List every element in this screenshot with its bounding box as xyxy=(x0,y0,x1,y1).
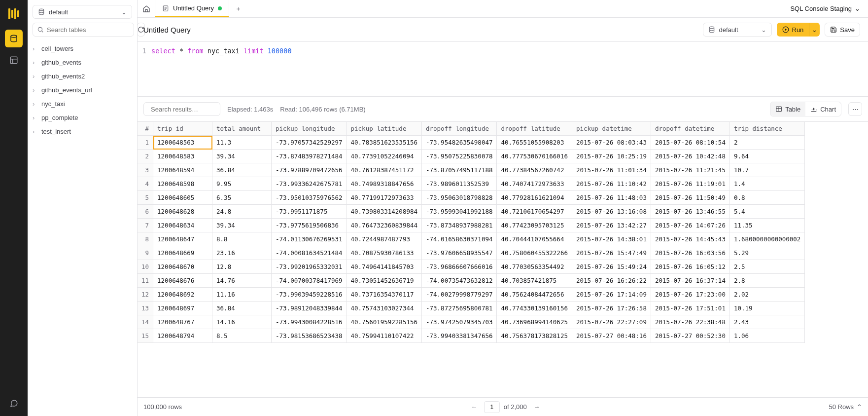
cell[interactable]: 1200648583 xyxy=(153,150,212,163)
cell[interactable]: -73.87483978271484 xyxy=(272,150,347,163)
table-item[interactable]: ›github_events_url xyxy=(31,83,134,97)
run-database-select[interactable]: default ⌄ xyxy=(703,23,772,37)
tab-add-button[interactable]: ＋ xyxy=(229,0,247,17)
view-chart-tab[interactable]: Chart xyxy=(805,102,841,116)
cell[interactable]: 6 xyxy=(138,205,153,219)
cell[interactable]: 2015-07-26 08:03:43 xyxy=(572,136,651,150)
cell[interactable]: 1.4 xyxy=(729,177,804,191)
cell[interactable]: -73.95010375976562 xyxy=(272,191,347,205)
tab-untitled-query[interactable]: Untitled Query xyxy=(155,0,229,17)
cell[interactable]: 1200648697 xyxy=(153,302,212,315)
table-item[interactable]: ›cell_towers xyxy=(31,41,134,55)
cell[interactable]: -73.99201965332031 xyxy=(272,260,347,274)
cell[interactable]: 40.77391052246094 xyxy=(347,150,421,163)
cell[interactable]: 1200648628 xyxy=(153,205,212,219)
cell[interactable]: 2015-07-26 08:10:54 xyxy=(651,136,729,150)
cell[interactable]: 40.774330139160156 xyxy=(497,302,572,315)
cell[interactable]: 40.756019592285156 xyxy=(347,315,421,329)
cell[interactable]: 2015-07-26 11:01:34 xyxy=(572,163,651,177)
cell[interactable]: 1200648563 xyxy=(153,136,212,150)
page-input[interactable] xyxy=(484,401,500,413)
cell[interactable]: 40.73051452636719 xyxy=(347,274,421,288)
table-row[interactable]: 10120064867012.8-73.9920196533203140.749… xyxy=(138,260,805,274)
cell[interactable]: 1200648794 xyxy=(153,329,212,343)
view-table-tab[interactable]: Table xyxy=(770,102,805,116)
cell[interactable]: 2015-07-26 11:48:03 xyxy=(572,191,651,205)
cell[interactable]: 40.703857421875 xyxy=(497,274,572,288)
cell[interactable]: 2015-07-27 00:48:16 xyxy=(572,329,651,343)
table-row[interactable]: 412006485989.95-73.9933624267578140.7498… xyxy=(138,177,805,191)
cell[interactable]: 11.16 xyxy=(212,288,272,302)
cell[interactable]: -73.95482635498047 xyxy=(422,136,497,150)
cell[interactable]: -73.97057342529297 xyxy=(272,136,347,150)
cell[interactable]: 2015-07-26 13:16:08 xyxy=(572,205,651,219)
cell[interactable]: 40.74074172973633 xyxy=(497,177,572,191)
cell[interactable]: 1.06 xyxy=(729,329,804,343)
table-item[interactable]: ›nyc_taxi xyxy=(31,97,134,111)
cell[interactable]: 13 xyxy=(138,302,153,315)
cell[interactable]: 7 xyxy=(138,219,153,232)
cell[interactable]: 2.8 xyxy=(729,274,804,288)
cell[interactable]: 2.43 xyxy=(729,315,804,329)
cell[interactable]: 40.77030563354492 xyxy=(497,260,572,274)
cell[interactable]: 2015-07-26 22:38:48 xyxy=(651,315,729,329)
cell[interactable]: 10 xyxy=(138,260,153,274)
env-switcher[interactable]: SQL Console Staging ⌄ xyxy=(782,0,868,17)
column-header[interactable]: pickup_datetime xyxy=(572,122,651,136)
cell[interactable]: 1200648676 xyxy=(153,274,212,288)
cell[interactable]: 40.73716354370117 xyxy=(347,288,421,302)
cell[interactable]: 2015-07-26 11:21:45 xyxy=(651,163,729,177)
table-row[interactable]: 13120064869736.84-73.9891204833984440.75… xyxy=(138,302,805,315)
search-results-box[interactable] xyxy=(143,102,220,116)
rail-chat-icon[interactable] xyxy=(5,394,23,412)
cell[interactable]: -74.00279998779297 xyxy=(422,288,497,302)
save-button[interactable]: Save xyxy=(825,23,860,37)
table-row[interactable]: 1512006487948.5-73.9815368652343840.7599… xyxy=(138,329,805,343)
cell[interactable]: -73.95993041992188 xyxy=(422,205,497,219)
cell[interactable]: 1200648767 xyxy=(153,315,212,329)
cell[interactable]: -73.9951171875 xyxy=(272,205,347,219)
cell[interactable]: 2015-07-26 14:38:01 xyxy=(572,232,651,246)
cell[interactable]: 23.16 xyxy=(212,246,272,260)
column-header[interactable]: dropoff_longitude xyxy=(422,122,497,136)
column-header[interactable]: pickup_latitude xyxy=(347,122,421,136)
cell[interactable]: 40.74989318847656 xyxy=(347,177,421,191)
cell[interactable]: -73.99403381347656 xyxy=(422,329,497,343)
table-row[interactable]: 7120064863439.34-73.977561950683640.7647… xyxy=(138,219,805,232)
cell[interactable]: 9 xyxy=(138,246,153,260)
cell[interactable]: 14.76 xyxy=(212,274,272,288)
run-split-button[interactable]: ⌄ xyxy=(809,23,820,37)
cell[interactable]: 40.7244987487793 xyxy=(347,232,421,246)
cell[interactable]: 2015-07-26 11:19:01 xyxy=(651,177,729,191)
cell[interactable]: 1200648605 xyxy=(153,191,212,205)
cell[interactable]: 2.5 xyxy=(729,260,804,274)
table-row[interactable]: 11120064867614.76-74.0070037841796940.73… xyxy=(138,274,805,288)
cell[interactable]: 14 xyxy=(138,315,153,329)
cell[interactable]: 39.34 xyxy=(212,150,272,163)
cell[interactable]: 40.74964141845703 xyxy=(347,260,421,274)
cell[interactable]: 2015-07-26 22:27:09 xyxy=(572,315,651,329)
cell[interactable]: 40.70444107055664 xyxy=(497,232,572,246)
cell[interactable]: 15 xyxy=(138,329,153,343)
query-title[interactable]: Untitled Query xyxy=(142,26,191,34)
cell[interactable]: 40.739803314208984 xyxy=(347,205,421,219)
page-next-button[interactable]: → xyxy=(531,401,543,413)
cell[interactable]: 2015-07-26 17:23:00 xyxy=(651,288,729,302)
cell[interactable]: 40.77199172973633 xyxy=(347,191,421,205)
cell[interactable]: -74.01658630371094 xyxy=(422,232,497,246)
cell[interactable]: 11.35 xyxy=(729,219,804,232)
cell[interactable]: 1200648669 xyxy=(153,246,212,260)
cell[interactable]: 2015-07-26 17:14:09 xyxy=(572,288,651,302)
results-grid-wrap[interactable]: #trip_idtotal_amountpickup_longitudepick… xyxy=(138,121,868,397)
cell[interactable]: -74.01130676269531 xyxy=(272,232,347,246)
cell[interactable]: -74.00700378417969 xyxy=(272,274,347,288)
table-row[interactable]: 2120064858339.34-73.8748397827148440.773… xyxy=(138,150,805,163)
cell[interactable]: 1200648647 xyxy=(153,232,212,246)
cell[interactable]: 11.3 xyxy=(212,136,272,150)
cell[interactable]: 24.8 xyxy=(212,205,272,219)
column-header[interactable]: trip_distance xyxy=(729,122,804,136)
cell[interactable]: 40.77384567260742 xyxy=(497,163,572,177)
cell[interactable]: 1200648634 xyxy=(153,219,212,232)
cell[interactable]: -74.00735473632812 xyxy=(422,274,497,288)
results-more-button[interactable]: ⋯ xyxy=(848,102,862,116)
